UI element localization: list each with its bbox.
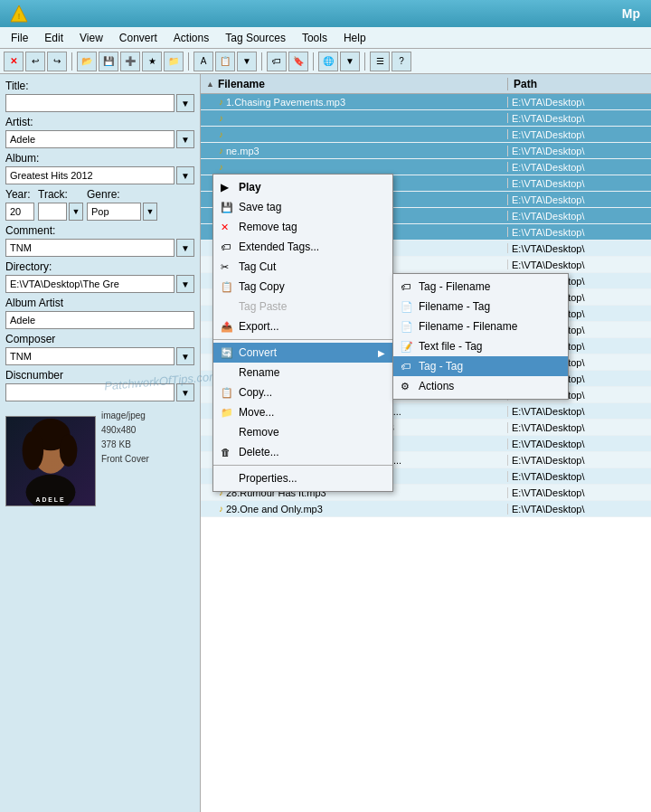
toolbar-btn-a[interactable]: A xyxy=(193,52,213,71)
file-icon: ♪ xyxy=(219,162,223,172)
genre-group: Genre: ▼ xyxy=(87,188,157,221)
table-row[interactable]: ♪1.Chasing Pavements.mp3E:\VTA\Desktop\ xyxy=(201,94,651,110)
genre-dropdown[interactable]: ▼ xyxy=(143,203,157,221)
toolbar-btn-down[interactable]: ▼ xyxy=(237,52,257,71)
sub-filename-filename[interactable]: 📄 Filename - Filename xyxy=(393,316,568,336)
title-dropdown[interactable]: ▼ xyxy=(176,94,194,112)
album-art-section: ADELE image/jpeg 490x480 378 KB Front Co… xyxy=(5,409,194,506)
genre-input[interactable] xyxy=(87,203,141,221)
ctx-rename[interactable]: Rename xyxy=(213,363,392,382)
sub-tag-tag[interactable]: 🏷 Tag - Tag xyxy=(393,356,568,376)
ctx-extended-tags[interactable]: 🏷 Extended Tags... xyxy=(213,237,392,257)
toolbar-btn-bars[interactable]: ☰ xyxy=(370,52,390,71)
menu-edit[interactable]: Edit xyxy=(37,30,71,46)
track-dropdown[interactable]: ▼ xyxy=(69,203,83,221)
convert-arrow: ▶ xyxy=(378,348,385,358)
toolbar-btn-save[interactable]: 💾 xyxy=(99,52,118,71)
file-icon: ♪ xyxy=(219,113,223,123)
discnumber-dropdown[interactable]: ▼ xyxy=(176,383,194,401)
sub-tag-filename[interactable]: 🏷 Tag - Filename xyxy=(393,277,568,297)
app-icon: ! xyxy=(9,4,29,26)
art-dimensions: 490x480 xyxy=(101,423,149,438)
move-icon: 📁 xyxy=(221,407,233,419)
toolbar-btn-x[interactable]: ✕ xyxy=(4,52,24,71)
ctx-move[interactable]: 📁 Move... xyxy=(213,402,392,422)
ctx-properties[interactable]: Properties... xyxy=(213,468,392,488)
album-art[interactable]: ADELE xyxy=(5,416,96,506)
year-group: Year: xyxy=(5,188,34,221)
toolbar-btn-down2[interactable]: ▼ xyxy=(340,52,360,71)
album-input[interactable] xyxy=(5,166,175,184)
composer-input[interactable] xyxy=(5,347,175,365)
ctx-tag-copy[interactable]: 📋 Tag Copy xyxy=(213,277,392,297)
toolbar-sep-5 xyxy=(364,52,365,71)
col-path-header[interactable]: Path xyxy=(508,78,651,90)
menu-convert[interactable]: Convert xyxy=(112,30,165,46)
toolbar-btn-star[interactable]: ★ xyxy=(142,52,162,71)
artist-input[interactable] xyxy=(5,130,175,148)
ctx-save-tag[interactable]: 💾 Save tag xyxy=(213,197,392,217)
toolbar-btn-tag2[interactable]: 🔖 xyxy=(288,52,308,71)
composer-dropdown[interactable]: ▼ xyxy=(176,347,194,365)
discnumber-input[interactable] xyxy=(5,383,175,401)
ctx-tag-cut[interactable]: ✂ Tag Cut xyxy=(213,257,392,277)
toolbar-btn-undo[interactable]: ↩ xyxy=(25,52,45,71)
directory-dropdown[interactable]: ▼ xyxy=(176,275,194,293)
delete-icon: 🗑 xyxy=(221,447,231,458)
sub-textfile-tag[interactable]: 📝 Text file - Tag xyxy=(393,336,568,356)
artist-label: Artist: xyxy=(5,116,194,128)
table-row[interactable]: ♪29.One and Only.mp3E:\VTA\Desktop\ xyxy=(201,501,651,517)
ctx-export[interactable]: 📤 Export... xyxy=(213,316,392,336)
menu-help[interactable]: Help xyxy=(336,30,373,46)
title-field-row: Title: ▼ xyxy=(5,80,194,112)
toolbar-btn-open[interactable]: 📂 xyxy=(77,52,97,71)
artist-dropdown[interactable]: ▼ xyxy=(176,130,194,148)
toolbar-btn-folder[interactable]: 📁 xyxy=(164,52,184,71)
album-dropdown[interactable]: ▼ xyxy=(176,166,194,184)
copy-icon: 📋 xyxy=(221,387,233,399)
album-artist-input[interactable] xyxy=(5,311,194,329)
comment-field-row: Comment: ▼ xyxy=(5,224,194,257)
ctx-sep-1 xyxy=(213,339,392,340)
ctx-tag-paste[interactable]: Tag Paste xyxy=(213,297,392,316)
table-row[interactable]: ♪ne.mp3E:\VTA\Desktop\ xyxy=(201,143,651,159)
toolbar-btn-redo[interactable]: ↪ xyxy=(47,52,67,71)
col-filename-header[interactable]: ▲ Filename xyxy=(201,78,508,90)
directory-input[interactable] xyxy=(5,275,175,293)
title-bar: ! Mp xyxy=(0,0,651,27)
menu-view[interactable]: View xyxy=(72,30,110,46)
toolbar-btn-tag1[interactable]: 🏷 xyxy=(267,52,287,71)
ctx-copy[interactable]: 📋 Copy... xyxy=(213,382,392,402)
table-row[interactable]: ♪E:\VTA\Desktop\ xyxy=(201,127,651,143)
track-input[interactable] xyxy=(38,203,67,221)
toolbar-btn-help[interactable]: ? xyxy=(392,52,411,71)
title-input[interactable] xyxy=(5,94,175,112)
sub-filename-tag[interactable]: 📄 Filename - Tag xyxy=(393,297,568,316)
main-layout: Title: ▼ Artist: ▼ Album: ▼ Year: xyxy=(0,74,651,812)
album-artist-label: Album Artist xyxy=(5,297,194,309)
album-field-row: Album: ▼ xyxy=(5,152,194,184)
ctx-delete[interactable]: 🗑 Delete... xyxy=(213,442,392,462)
toolbar-btn-web[interactable]: 🌐 xyxy=(318,52,338,71)
toolbar-btn-copy[interactable]: 📋 xyxy=(215,52,235,71)
art-size: 378 KB xyxy=(101,438,149,452)
year-input[interactable] xyxy=(5,203,34,221)
menu-tools[interactable]: Tools xyxy=(295,30,335,46)
ctx-remove[interactable]: Remove xyxy=(213,422,392,442)
ctx-remove-tag[interactable]: ✕ Remove tag xyxy=(213,217,392,237)
comment-dropdown[interactable]: ▼ xyxy=(176,239,194,257)
table-row[interactable]: ♪E:\VTA\Desktop\ xyxy=(201,110,651,127)
comment-input[interactable] xyxy=(5,239,175,257)
sub-actions[interactable]: ⚙ Actions xyxy=(393,376,568,396)
genre-label: Genre: xyxy=(87,188,157,201)
toolbar-btn-add[interactable]: ➕ xyxy=(120,52,140,71)
svg-point-6 xyxy=(23,431,44,470)
file-icon: ♪ xyxy=(219,146,223,156)
ctx-play[interactable]: ▶ Play xyxy=(213,177,392,197)
menu-tagsources[interactable]: Tag Sources xyxy=(218,30,293,46)
file-icon: ♪ xyxy=(219,129,223,139)
menu-file[interactable]: File xyxy=(4,30,35,46)
menu-actions[interactable]: Actions xyxy=(166,30,216,46)
file-path-cell: E:\VTA\Desktop\ xyxy=(508,97,651,108)
ctx-convert[interactable]: 🔄 Convert ▶ xyxy=(213,343,392,363)
